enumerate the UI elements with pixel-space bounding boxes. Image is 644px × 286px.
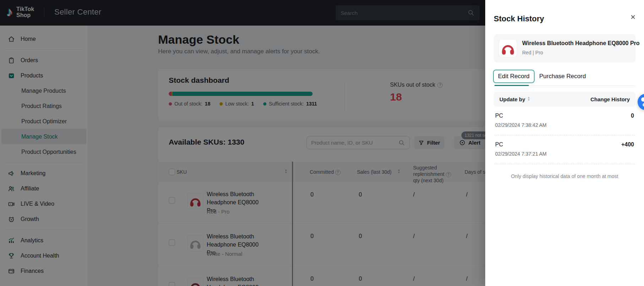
product-image bbox=[499, 39, 517, 58]
chat-assistant-button[interactable] bbox=[638, 94, 644, 110]
record-delta: 0 bbox=[631, 113, 634, 119]
stock-history-drawer: Stock History × Wireless Bluetooth Headp… bbox=[485, 0, 644, 286]
red-headphones-image bbox=[500, 41, 515, 56]
chat-bubbles-icon bbox=[638, 94, 644, 110]
drawer-product-card: Wireless Bluetooth Headphone EQ8000 Pro … bbox=[494, 34, 635, 63]
record-list: PC 0 02/29/2024 7:38:42 AM PC +400 02/29… bbox=[494, 107, 635, 179]
drawer-product-name: Wireless Bluetooth Headphone EQ8000 Pro bbox=[522, 40, 640, 47]
record-user: PC bbox=[495, 113, 503, 119]
history-footer-note: Only display historical data of one mont… bbox=[494, 173, 635, 179]
record-item: PC 0 02/29/2024 7:38:42 AM bbox=[494, 107, 635, 135]
drawer-title: Stock History bbox=[494, 14, 544, 23]
drawer-product-variant: Red | Pro bbox=[522, 50, 543, 55]
record-user: PC bbox=[495, 141, 503, 148]
update-by-header[interactable]: Update by ▲▼ bbox=[499, 96, 530, 102]
tab-purchase-record[interactable]: Purchase Record bbox=[539, 73, 586, 80]
sort-icon[interactable]: ▲▼ bbox=[527, 97, 530, 102]
record-top-row: PC 0 bbox=[495, 113, 634, 119]
close-icon[interactable]: × bbox=[631, 13, 635, 21]
record-timestamp: 02/29/2024 7:38:42 AM bbox=[495, 122, 634, 128]
record-item: PC +400 02/29/2024 7:37:21 AM bbox=[494, 135, 635, 164]
record-top-row: PC +400 bbox=[495, 141, 634, 148]
record-list-header: Update by ▲▼ Change History bbox=[494, 92, 635, 107]
change-history-header[interactable]: Change History bbox=[590, 96, 630, 102]
record-delta: +400 bbox=[621, 141, 634, 148]
tab-edit-record[interactable]: Edit Record bbox=[493, 70, 535, 83]
active-tab-indicator bbox=[494, 85, 529, 86]
record-timestamp: 02/29/2024 7:37:21 AM bbox=[495, 151, 634, 157]
